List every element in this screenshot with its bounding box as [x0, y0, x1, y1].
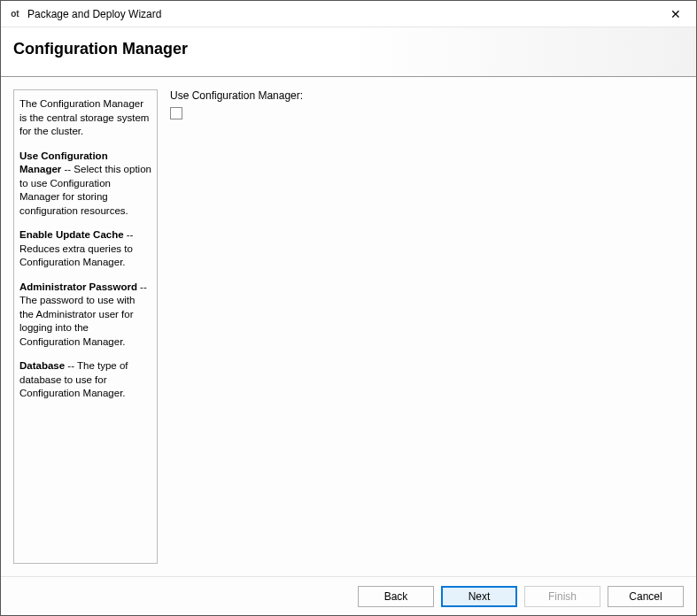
- back-button[interactable]: Back: [358, 586, 434, 607]
- wizard-header: Configuration Manager: [1, 27, 696, 77]
- titlebar-left: ot Package and Deploy Wizard: [8, 7, 161, 21]
- close-button[interactable]: ✕: [655, 1, 696, 27]
- window-title: Package and Deploy Wizard: [27, 8, 161, 20]
- page-title: Configuration Manager: [13, 40, 684, 58]
- app-icon: ot: [8, 7, 22, 21]
- titlebar: ot Package and Deploy Wizard ✕: [1, 1, 696, 27]
- use-cm-field: Use Configuration Manager:: [170, 89, 684, 119]
- help-item: Use Configuration Manager -- Select this…: [19, 150, 151, 219]
- close-icon: ✕: [670, 8, 681, 20]
- use-cm-checkbox[interactable]: [170, 107, 182, 119]
- cancel-button[interactable]: Cancel: [608, 586, 684, 607]
- wizard-body: The Configuration Manager is the central…: [1, 77, 696, 576]
- wizard-window: ot Package and Deploy Wizard ✕ Configura…: [0, 0, 697, 616]
- help-item: Administrator Password -- The password t…: [19, 281, 151, 350]
- help-item: Enable Update Cache -- Reduces extra que…: [19, 228, 151, 270]
- next-button[interactable]: Next: [441, 586, 517, 607]
- wizard-footer: Back Next Finish Cancel: [1, 576, 696, 615]
- main-panel: Use Configuration Manager:: [170, 89, 684, 564]
- use-cm-label: Use Configuration Manager:: [170, 89, 684, 102]
- help-intro: The Configuration Manager is the central…: [19, 97, 151, 139]
- help-item: Database -- The type of database to use …: [19, 359, 151, 401]
- help-panel: The Configuration Manager is the central…: [13, 89, 158, 564]
- finish-button: Finish: [524, 586, 600, 607]
